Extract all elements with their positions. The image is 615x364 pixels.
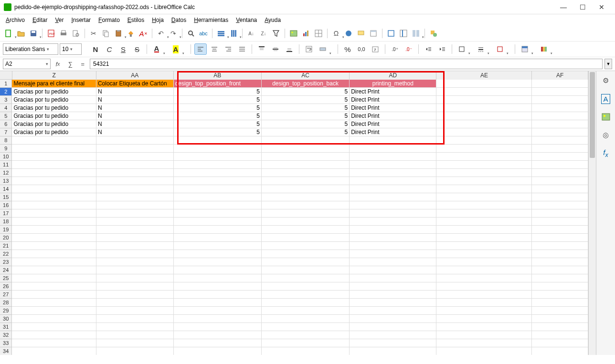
cell[interactable] [96,299,174,307]
clear-fmt-button[interactable]: A✕ [138,28,149,39]
cell[interactable] [532,88,588,96]
cell[interactable] [174,315,262,323]
cell[interactable] [96,185,174,193]
cell[interactable] [174,145,262,153]
row-header[interactable]: 26 [0,282,12,291]
row-header[interactable]: 31 [0,323,12,331]
print-button[interactable] [58,28,69,39]
cell[interactable] [12,226,96,234]
cell[interactable] [174,299,262,307]
row-header[interactable]: 25 [0,274,12,282]
header-footer-button[interactable] [368,28,379,39]
cell[interactable] [436,291,532,299]
cell[interactable] [350,242,436,250]
increase-indent-button[interactable] [422,43,435,55]
cell[interactable]: design_top_position_front [174,80,262,88]
open-button[interactable] [15,28,27,39]
cell[interactable] [96,136,174,145]
cell[interactable] [12,218,96,226]
cell[interactable] [436,104,532,112]
cell[interactable] [436,299,532,307]
cell[interactable] [12,347,96,355]
cell[interactable] [96,218,174,226]
cell[interactable] [262,201,350,209]
cell[interactable] [436,315,532,323]
cell[interactable]: Direct Print [350,88,436,96]
cell[interactable] [262,347,350,355]
cell[interactable] [174,274,262,282]
cell[interactable] [12,291,96,299]
row-header[interactable]: 9 [0,145,12,153]
row-header[interactable]: 21 [0,242,12,250]
cell[interactable] [96,282,174,291]
cell[interactable] [350,266,436,274]
cell[interactable] [532,307,588,315]
row-header[interactable]: 2 [0,88,12,96]
cell[interactable] [532,226,588,234]
cell[interactable]: N [96,96,174,104]
cell[interactable] [436,88,532,96]
cell[interactable] [350,193,436,201]
cell[interactable] [96,274,174,282]
cell[interactable] [12,153,96,161]
pivot-button[interactable] [313,28,324,39]
cell[interactable] [436,185,532,193]
cell[interactable] [12,136,96,145]
cell[interactable] [532,274,588,282]
align-left-button[interactable] [194,43,207,55]
row-header[interactable]: 22 [0,250,12,258]
menu-archivo[interactable]: Archivo [2,15,29,25]
cell[interactable] [174,169,262,177]
cell[interactable] [350,315,436,323]
cell[interactable]: Gracias por tu pedido [12,104,96,112]
cell[interactable]: Direct Print [350,120,436,128]
redo-button[interactable]: ↷ [168,28,179,39]
cell[interactable] [532,145,588,153]
cell[interactable] [12,274,96,282]
cell[interactable] [12,299,96,307]
cell[interactable] [532,315,588,323]
cell[interactable] [532,299,588,307]
cell[interactable] [532,104,588,112]
cell[interactable]: 5 [174,120,262,128]
save-button[interactable] [28,28,39,39]
col-header-AC[interactable]: AC [262,71,350,80]
cell[interactable] [12,145,96,153]
cell[interactable] [12,250,96,258]
row-header[interactable]: 28 [0,299,12,307]
cell[interactable] [96,161,174,169]
cell[interactable] [96,145,174,153]
menu-insertar[interactable]: Insertar [67,15,95,25]
cell[interactable]: N [96,88,174,96]
cell[interactable]: 5 [262,128,350,136]
cell[interactable] [436,218,532,226]
cell[interactable] [12,323,96,331]
cell[interactable] [262,323,350,331]
shapes-button[interactable] [428,28,439,39]
cell[interactable] [436,177,532,185]
row-header[interactable]: 7 [0,128,12,136]
cell[interactable] [174,242,262,250]
underline-button[interactable]: S [117,43,129,55]
cell[interactable] [12,339,96,347]
align-center-button[interactable] [208,43,221,55]
grid[interactable]: ZAAABACADAEAF 1Mensaje para el cliente f… [0,71,588,355]
comment-button[interactable] [355,28,367,39]
cell[interactable] [350,136,436,145]
cell[interactable]: Direct Print [350,104,436,112]
cell[interactable] [174,234,262,242]
cell[interactable] [532,112,588,120]
cell[interactable] [532,250,588,258]
cell[interactable] [436,242,532,250]
cell[interactable] [436,120,532,128]
cell[interactable] [174,209,262,218]
cell[interactable]: N [96,112,174,120]
image-button[interactable] [288,28,299,39]
cell[interactable]: Gracias por tu pedido [12,120,96,128]
cell[interactable] [532,347,588,355]
cell[interactable]: Mensaje para el cliente final [12,80,96,88]
column-headers[interactable]: ZAAABACADAEAF [0,71,588,80]
chart-button[interactable] [300,28,312,39]
font-size-combo[interactable]: 10▾ [60,43,82,55]
select-all-corner[interactable] [0,71,12,80]
